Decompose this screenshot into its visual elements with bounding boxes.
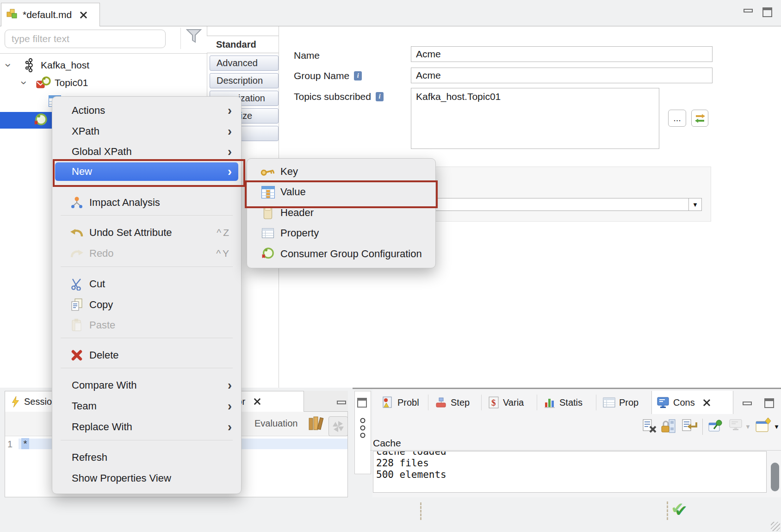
tree-item-topic01[interactable]: › Topic01 [0,74,207,91]
tab-console[interactable]: Cons [651,391,733,414]
tab-standard[interactable]: Standard [207,36,279,53]
menu-item-label: Team [72,400,97,412]
tab-problems[interactable]: Probl [377,391,424,414]
model-file-icon [6,8,18,22]
combo-arrow-icon[interactable]: ▼ [688,198,701,210]
console-line: cache loaded [376,451,766,458]
topics-subscribed-field[interactable]: Kafka_host.Topic01 [411,88,659,149]
menu-item-label: Delete [89,349,119,361]
submenu-arrow-icon: › [228,378,232,393]
editor-tab-default-md[interactable]: *default.md [1,3,100,26]
tree-item-label: Kafka_host [41,60,89,71]
menu-separator [61,215,233,216]
menu-item-show-properties-view[interactable]: Show Properties View [55,469,238,488]
lightning-icon [11,396,20,408]
filter-funnel-icon[interactable] [186,28,202,47]
window-resize-grip[interactable] [771,522,780,531]
swap-topics-button[interactable] [691,110,708,127]
name-field[interactable] [411,46,713,62]
menu-item-compare-with[interactable]: Compare With › [55,376,238,395]
tab-properties[interactable]: Prop [598,391,643,414]
menu-item-impact-analysis[interactable]: Impact Analysis [55,193,238,212]
tab-separator [481,395,482,410]
menu-item-redo: Redo ^Y [55,244,238,263]
minimize-icon[interactable] [743,402,752,405]
menu-item-actions[interactable]: Actions › [55,101,238,120]
minimize-icon[interactable] [337,401,346,404]
console-output[interactable]: cache loaded 228 files 500 elements [373,451,767,493]
menu-item-undo[interactable]: Undo Set Attribute ^Z [55,223,238,242]
group-name-field[interactable] [411,68,713,83]
books-icon[interactable] [307,414,327,433]
menu-item-label: Header [280,207,314,219]
info-icon: i [376,92,384,101]
menu-item-xpath[interactable]: XPath › [55,122,238,141]
menu-separator [61,338,233,338]
submenu-arrow-icon: › [228,399,232,414]
menu-item-delete[interactable]: Delete [55,346,238,365]
console-line: 228 files [376,458,766,469]
menu-item-copy[interactable]: Copy [55,296,238,314]
tab-variables[interactable]: $ Varia [483,391,528,414]
swap-arrows-icon [694,112,706,124]
menu-item-label: Refresh [72,452,107,464]
pinwheel-button[interactable] [329,416,348,436]
impact-analysis-icon [69,195,85,210]
tab-description[interactable]: Description [210,73,279,88]
minimize-icon[interactable] [744,9,753,12]
restore-icon[interactable] [357,398,367,408]
menu-separator [61,440,233,440]
menu-item-team[interactable]: Team › [55,397,238,415]
close-icon[interactable] [79,11,88,19]
key-icon [260,164,276,179]
console-header-divider [370,450,781,451]
tab-separator [537,395,537,410]
statusbar-drag-handle[interactable] [667,501,668,520]
menu-item-label: Cut [89,278,105,290]
menu-item-replace-with[interactable]: Replace With › [55,418,238,436]
pin-console-icon[interactable] [708,419,724,435]
variables-icon: $ [488,396,499,409]
menu-item-label: Compare With [72,379,137,391]
console-title: Cache [373,438,401,449]
view-menu-dots-icon[interactable] [359,418,366,441]
close-icon[interactable] [702,398,711,407]
scroll-lock-icon[interactable] [661,419,676,435]
tree-item-kafka-host[interactable]: › Kafka_host [0,56,207,74]
open-console-icon[interactable] [755,418,772,435]
menu-item-global-xpath[interactable]: Global XPath › [55,142,238,161]
menu-item-cut[interactable]: Cut [55,275,238,293]
submenu-item-property[interactable]: Property [250,224,433,242]
menu-item-refresh[interactable]: Refresh [55,448,238,467]
pinwheel-icon [332,420,345,433]
tab-statistics[interactable]: Statis [539,391,587,414]
close-icon[interactable] [253,397,261,406]
maximize-icon[interactable] [762,7,772,17]
info-icon: i [354,71,362,80]
browse-button[interactable]: ... [668,110,686,127]
tab-label: Varia [503,397,524,408]
filter-input[interactable] [5,30,166,48]
menu-shortcut: ^Y [216,248,231,259]
properties-icon [603,397,615,408]
editor-caret-text[interactable]: * [21,438,29,449]
word-wrap-icon[interactable] [682,419,698,435]
maximize-icon[interactable] [764,398,774,408]
clear-console-icon[interactable] [642,419,657,435]
submenu-item-consumer-group-configuration[interactable]: Consumer Group Configuration [250,245,433,263]
submenu-item-key[interactable]: Key [250,162,433,181]
problems-icon [382,396,394,409]
statusbar-drag-handle[interactable] [420,502,421,520]
cut-scissors-icon [69,277,85,291]
chevron-down-icon[interactable]: › [4,61,13,70]
menu-item-label: Global XPath [72,146,132,158]
chevron-down-icon[interactable]: › [19,78,29,87]
tab-advanced[interactable]: Advanced [210,56,279,71]
editor-tab-title: *default.md [23,9,72,20]
menu-shortcut: ^Z [217,227,231,238]
scrollbar-thumb[interactable] [771,463,779,491]
menu-item-label: XPath [72,125,99,137]
dropdown-arrow-icon[interactable]: ▼ [774,423,780,430]
tab-session[interactable]: Sessio [5,391,56,412]
tab-step[interactable]: Step [430,391,474,414]
